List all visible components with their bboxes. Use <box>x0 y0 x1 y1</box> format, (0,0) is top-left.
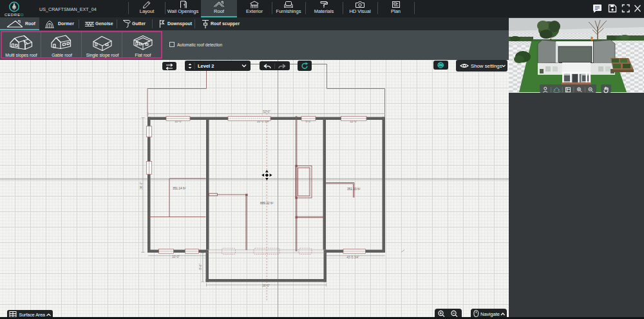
svg-text:10'-0": 10'-0" <box>172 255 180 258</box>
svg-text:Navigate: Navigate <box>480 311 500 317</box>
svg-text:43'-5 3/4": 43'-5 3/4" <box>346 256 359 259</box>
svg-text:36'-0": 36'-0" <box>140 182 143 189</box>
svg-text:8'-6": 8'-6" <box>199 264 202 270</box>
svg-text:889.32 ft²: 889.32 ft² <box>260 202 274 205</box>
svg-text:Level 2: Level 2 <box>198 63 214 69</box>
svg-text:Show settings: Show settings <box>471 63 502 68</box>
svg-text:351.14 ft²: 351.14 ft² <box>173 187 186 190</box>
svg-text:26'-0": 26'-0" <box>262 284 270 287</box>
svg-text:CEDREO: CEDREO <box>5 12 24 17</box>
svg-text:52'-0": 52'-0" <box>263 110 270 113</box>
svg-text:351.33 ft²: 351.33 ft² <box>347 188 361 191</box>
